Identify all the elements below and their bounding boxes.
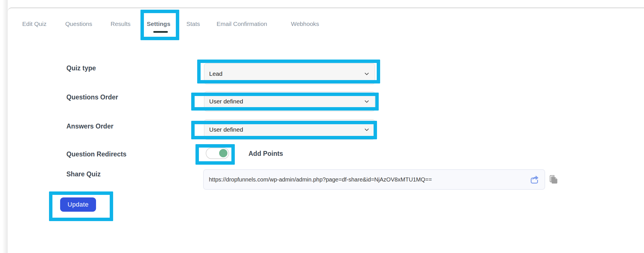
quiz-type-selected-value: Lead	[209, 70, 364, 77]
add-points-label: Add Points	[248, 150, 283, 158]
quiz-type-select[interactable]: Lead	[204, 63, 375, 84]
update-button[interactable]: Update	[60, 197, 96, 212]
question-redirects-toggle[interactable]	[206, 148, 229, 159]
page-left-shadow	[0, 0, 8, 253]
share-quiz-label: Share Quiz	[66, 170, 101, 178]
tab-edit-quiz[interactable]: Edit Quiz	[22, 21, 46, 27]
active-tab-underline	[153, 31, 168, 33]
share-icon[interactable]	[529, 174, 540, 185]
chevron-down-icon	[364, 99, 370, 104]
answers-order-label: Answers Order	[66, 123, 113, 130]
quiz-settings-page: Edit Quiz Questions Results Settings Sta…	[0, 0, 644, 253]
chevron-down-icon	[364, 71, 370, 77]
tab-webhooks[interactable]: Webhooks	[291, 21, 319, 27]
questions-order-label: Questions Order	[66, 93, 118, 101]
tab-email-confirmation[interactable]: Email Confirmation	[217, 21, 267, 27]
share-quiz-url-input[interactable]	[203, 169, 545, 190]
tab-stats[interactable]: Stats	[186, 21, 200, 27]
questions-order-selected-value: User defined	[209, 98, 364, 105]
answers-order-selected-value: User defined	[209, 126, 364, 133]
questions-order-select[interactable]: User defined	[204, 91, 375, 111]
question-redirects-label: Question Redirects	[66, 150, 127, 158]
tab-questions[interactable]: Questions	[65, 21, 92, 27]
answers-order-select[interactable]: User defined	[204, 119, 375, 140]
tab-results[interactable]: Results	[111, 21, 131, 27]
copy-icon[interactable]	[549, 175, 559, 184]
tab-settings[interactable]: Settings	[147, 21, 170, 27]
quiz-type-label: Quiz type	[66, 64, 96, 72]
toggle-knob	[219, 149, 227, 157]
chevron-down-icon	[364, 127, 370, 132]
